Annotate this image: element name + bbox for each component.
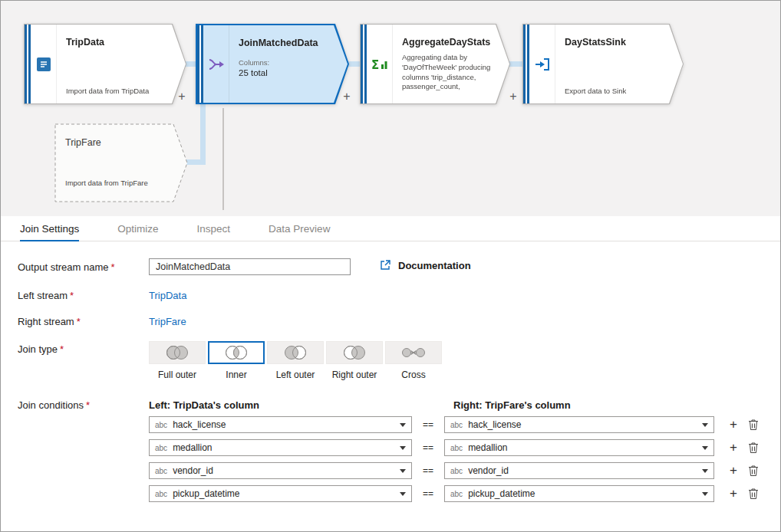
join-icon bbox=[203, 25, 229, 103]
tab-data-preview[interactable]: Data Preview bbox=[269, 216, 330, 241]
chevron-down-icon bbox=[702, 492, 708, 496]
right-stream-value[interactable]: TripFare bbox=[149, 316, 186, 327]
join-condition-row: abcmedallion == abcmedallion + bbox=[149, 439, 759, 456]
delete-condition-button[interactable] bbox=[748, 488, 759, 500]
tab-label: Join Settings bbox=[20, 223, 79, 235]
left-column-header: Left: TripData's column bbox=[149, 399, 259, 411]
tab-inspect[interactable]: Inspect bbox=[197, 216, 231, 241]
column-name: medallion bbox=[173, 442, 212, 453]
add-transformation-button[interactable]: + bbox=[341, 90, 353, 103]
column-name: vendor_id bbox=[173, 465, 213, 476]
join-type-label: Join type* bbox=[18, 343, 64, 355]
left-column-dropdown[interactable]: abchack_license bbox=[149, 416, 412, 433]
right-column-dropdown[interactable]: abcpickup_datetime bbox=[444, 485, 714, 502]
right-column-dropdown[interactable]: abcvendor_id bbox=[444, 462, 714, 479]
right-column-dropdown[interactable]: abchack_license bbox=[444, 416, 714, 433]
node-title: DayStatsSink bbox=[565, 37, 667, 48]
add-condition-button[interactable]: + bbox=[728, 442, 739, 453]
settings-tabbar: Join Settings Optimize Inspect Data Prev… bbox=[1, 216, 780, 241]
left-column-dropdown[interactable]: abcmedallion bbox=[149, 439, 412, 456]
chevron-down-icon bbox=[400, 446, 406, 450]
join-type-cross[interactable]: Cross bbox=[385, 341, 442, 380]
documentation-link[interactable]: Documentation bbox=[379, 259, 471, 271]
chevron-down-icon bbox=[400, 423, 406, 427]
join-conditions-label: Join conditions* bbox=[18, 399, 90, 411]
type-badge: abc bbox=[450, 467, 463, 475]
node-daystatssink[interactable]: DayStatsSink Export data to Sink bbox=[522, 24, 684, 104]
label-text: Left stream bbox=[18, 290, 68, 301]
label-text: Output stream name bbox=[18, 261, 109, 273]
svg-text:Σ: Σ bbox=[371, 58, 379, 71]
tab-optimize[interactable]: Optimize bbox=[117, 216, 158, 241]
dataflow-editor-window: TripData Import data from TripData JoinM… bbox=[0, 0, 781, 532]
type-badge: abc bbox=[155, 490, 167, 498]
node-accent-bar bbox=[361, 25, 367, 103]
sink-icon bbox=[529, 25, 555, 103]
left-stream-value[interactable]: TripData bbox=[149, 290, 186, 301]
join-condition-row: abcvendor_id == abcvendor_id + bbox=[149, 462, 759, 479]
node-joinmatcheddata[interactable]: JoinMatchedData Columns: 25 total bbox=[196, 24, 349, 104]
label-text: Join type bbox=[18, 343, 58, 355]
join-type-left-outer[interactable]: Left outer bbox=[267, 341, 324, 380]
venn-full-outer-icon bbox=[163, 343, 192, 362]
type-badge: abc bbox=[155, 444, 167, 452]
column-name: medallion bbox=[468, 442, 507, 453]
aggregate-icon: Σ bbox=[367, 25, 393, 103]
node-columns-value: 25 total bbox=[239, 68, 332, 77]
chevron-down-icon bbox=[702, 446, 708, 450]
add-transformation-button[interactable]: + bbox=[507, 90, 519, 103]
required-asterisk: * bbox=[86, 399, 90, 411]
type-badge: abc bbox=[450, 490, 463, 498]
delete-condition-button[interactable] bbox=[748, 419, 759, 431]
left-stream-label: Left stream* bbox=[18, 290, 74, 301]
required-asterisk: * bbox=[70, 290, 74, 301]
add-condition-button[interactable]: + bbox=[728, 465, 739, 476]
dataflow-canvas[interactable]: TripData Import data from TripData JoinM… bbox=[1, 1, 780, 216]
left-column-dropdown[interactable]: abcpickup_datetime bbox=[149, 485, 412, 502]
right-column-header: Right: TripFare's column bbox=[453, 399, 571, 411]
label-text: Join conditions bbox=[18, 399, 84, 411]
join-type-full-outer[interactable]: Full outer bbox=[149, 341, 206, 380]
equals-operator: == bbox=[412, 419, 444, 430]
type-badge: abc bbox=[450, 421, 463, 429]
column-name: vendor_id bbox=[468, 465, 509, 476]
node-description: Export data to Sink bbox=[565, 87, 667, 98]
join-type-option-label: Full outer bbox=[158, 369, 196, 380]
node-title: TripFare bbox=[65, 137, 101, 148]
tab-join-settings[interactable]: Join Settings bbox=[20, 216, 79, 241]
required-asterisk: * bbox=[77, 316, 81, 327]
node-accent-bar bbox=[197, 25, 203, 103]
node-description: Aggregating data by 'DayOfTheWeek' produ… bbox=[402, 53, 494, 93]
join-type-inner[interactable]: Inner bbox=[208, 341, 265, 380]
node-tripfare[interactable]: TripFare Import data from TripFare bbox=[54, 123, 188, 202]
tab-label: Data Preview bbox=[269, 223, 330, 235]
delete-condition-button[interactable] bbox=[748, 465, 759, 477]
chevron-down-icon bbox=[702, 469, 708, 473]
delete-condition-button[interactable] bbox=[748, 442, 759, 454]
node-title: JoinMatchedData bbox=[239, 38, 332, 48]
output-stream-name-input[interactable] bbox=[149, 258, 351, 275]
source-icon bbox=[31, 25, 57, 103]
node-accent-bar bbox=[25, 25, 31, 103]
left-column-dropdown[interactable]: abcvendor_id bbox=[149, 462, 412, 479]
node-accent-bar bbox=[523, 25, 529, 103]
tab-label: Inspect bbox=[197, 223, 231, 235]
column-name: hack_license bbox=[468, 419, 521, 430]
node-tripdata[interactable]: TripData Import data from TripData bbox=[24, 24, 186, 104]
add-condition-button[interactable]: + bbox=[728, 488, 739, 499]
join-type-option-label: Right outer bbox=[332, 369, 377, 380]
connector-tripfare-join-vertical bbox=[200, 104, 206, 165]
right-stream-label: Right stream* bbox=[18, 316, 81, 327]
type-badge: abc bbox=[155, 421, 167, 429]
node-description: Import data from TripData bbox=[66, 87, 170, 98]
equals-operator: == bbox=[412, 442, 444, 453]
add-condition-button[interactable]: + bbox=[728, 419, 739, 430]
node-description: Import data from TripFare bbox=[65, 179, 148, 187]
ghost-node-shape bbox=[54, 123, 188, 202]
join-settings-panel: Join Settings Optimize Inspect Data Prev… bbox=[1, 216, 780, 532]
join-type-right-outer[interactable]: Right outer bbox=[326, 341, 383, 380]
add-transformation-button[interactable]: + bbox=[176, 90, 188, 103]
type-badge: abc bbox=[155, 467, 167, 475]
node-aggregatedaystats[interactable]: Σ AggregateDayStats Aggregating data by … bbox=[360, 24, 510, 104]
right-column-dropdown[interactable]: abcmedallion bbox=[444, 439, 714, 456]
